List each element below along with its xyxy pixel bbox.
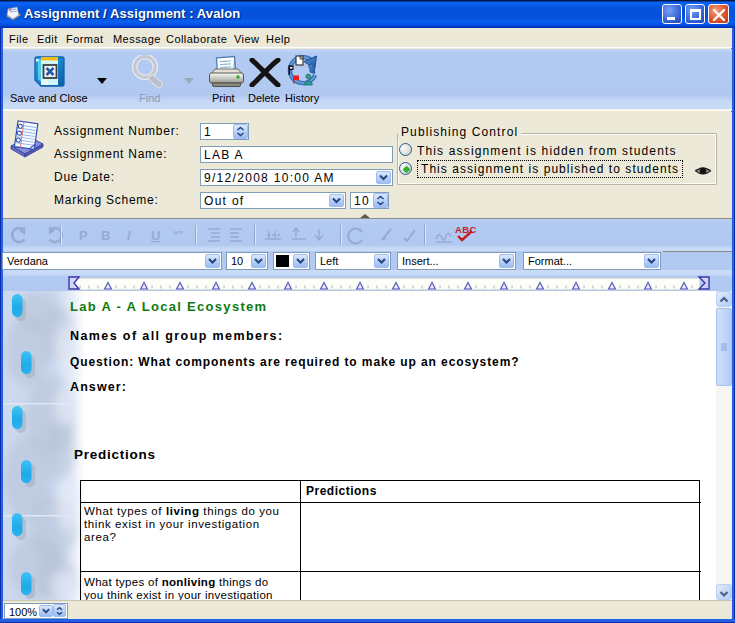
svg-text:“”: “” <box>173 230 183 241</box>
svg-text:U: U <box>151 228 160 243</box>
svg-text:P: P <box>79 228 88 243</box>
svg-text:I: I <box>127 228 131 243</box>
svg-text:ABC: ABC <box>455 224 477 235</box>
svg-text:B: B <box>101 228 110 243</box>
